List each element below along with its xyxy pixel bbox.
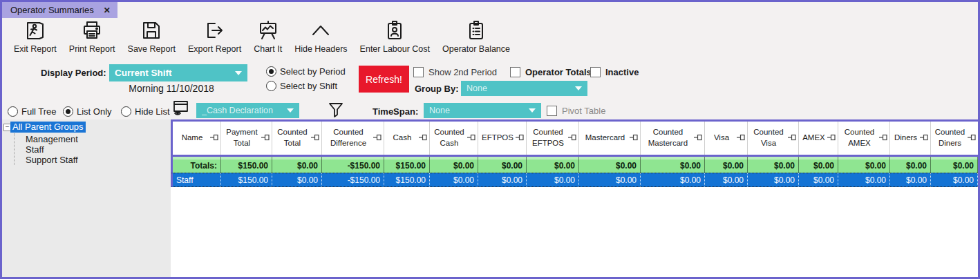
- cell: $0.00: [641, 157, 705, 173]
- pin-icon[interactable]: [967, 134, 976, 142]
- cell[interactable]: $0.00: [430, 173, 478, 186]
- radio-label: List Only: [77, 106, 112, 117]
- hide-list-radio[interactable]: Hide List: [121, 106, 170, 117]
- display-period-dropdown[interactable]: Current Shift: [109, 64, 247, 81]
- cell[interactable]: $0.00: [890, 173, 931, 186]
- refresh-button[interactable]: Refresh!: [359, 66, 409, 93]
- column-header[interactable]: Counted Difference: [322, 122, 384, 155]
- cell[interactable]: $0.00: [579, 173, 641, 186]
- radio-dot-icon: [121, 106, 131, 117]
- table-row[interactable]: Staff$150.00$0.00-$150.00$150.00$0.00$0.…: [171, 173, 978, 187]
- toolbtn-label: Enter Labour Cost: [360, 44, 430, 54]
- tree-item-management[interactable]: Management: [26, 134, 78, 144]
- inactive-checkbox[interactable]: Inactive: [590, 67, 639, 77]
- column-header-label: Mastercard: [581, 133, 629, 144]
- column-header[interactable]: Diners: [890, 122, 931, 155]
- cell[interactable]: $0.00: [799, 173, 838, 186]
- pin-icon[interactable]: [515, 134, 524, 142]
- printer-icon: [82, 20, 102, 41]
- tab-operator-summaries[interactable]: Operator Summaries ✕: [2, 2, 117, 18]
- pin-icon[interactable]: [693, 134, 702, 142]
- cell[interactable]: $0.00: [705, 173, 748, 186]
- column-header[interactable]: Name: [173, 122, 221, 155]
- column-header[interactable]: Counted AMEX: [838, 122, 890, 155]
- column-header[interactable]: Payment Total: [221, 122, 272, 155]
- column-header-label: Name: [175, 133, 209, 144]
- pin-icon[interactable]: [373, 134, 381, 142]
- cell[interactable]: $0.00: [748, 173, 799, 186]
- pin-icon[interactable]: [209, 134, 218, 142]
- print-report-button[interactable]: Print Report: [63, 20, 122, 54]
- radio-dot-icon: [266, 81, 276, 91]
- column-header[interactable]: EFTPOS: [478, 122, 527, 155]
- column-header[interactable]: Counted Cash: [430, 122, 478, 155]
- cell[interactable]: $0.00: [272, 173, 322, 186]
- pin-icon[interactable]: [827, 134, 836, 142]
- cell[interactable]: $150.00: [221, 173, 272, 186]
- pin-icon[interactable]: [418, 134, 427, 142]
- cell[interactable]: -$150.00: [322, 173, 384, 186]
- totals-row: Totals:$150.00$0.00-$150.00$150.00$0.00$…: [171, 157, 978, 173]
- tree-item-all-parent-groups[interactable]: All Parent Groups: [10, 122, 86, 133]
- pin-icon[interactable]: [736, 134, 745, 142]
- column-header-label: EFTPOS: [480, 133, 515, 144]
- full-tree-radio[interactable]: Full Tree: [8, 106, 57, 117]
- row-name-cell[interactable]: Staff: [173, 173, 221, 186]
- pin-icon[interactable]: [310, 134, 319, 142]
- enter-labour-cost-button[interactable]: Enter Labour Cost: [354, 20, 436, 54]
- pin-icon[interactable]: [261, 134, 270, 142]
- chart-easel-icon: [258, 20, 279, 41]
- checkbox-icon: [547, 106, 557, 116]
- column-header[interactable]: Cash: [384, 122, 430, 155]
- pin-icon[interactable]: [467, 134, 475, 142]
- cell[interactable]: $0.00: [478, 173, 527, 186]
- column-header[interactable]: Counted Mastercard: [641, 122, 705, 155]
- column-header[interactable]: Counted Visa: [748, 122, 799, 155]
- cell: $150.00: [221, 157, 272, 173]
- toolbtn-label: Export Report: [188, 44, 241, 54]
- timespan-dropdown[interactable]: None: [424, 103, 541, 118]
- show-2nd-period-checkbox[interactable]: Show 2nd Period: [413, 67, 497, 77]
- cell[interactable]: $0.00: [527, 173, 579, 186]
- column-header[interactable]: Counted Total: [272, 122, 322, 155]
- grid-header-row: NamePayment TotalCounted TotalCounted Di…: [171, 119, 978, 157]
- radio-dot-icon: [63, 106, 73, 117]
- export-report-button[interactable]: Export Report: [182, 20, 247, 54]
- hide-headers-button[interactable]: Hide Headers: [288, 20, 353, 54]
- cell[interactable]: $150.00: [384, 173, 430, 186]
- save-report-button[interactable]: Save Report: [122, 20, 182, 54]
- cell[interactable]: $0.00: [931, 173, 978, 186]
- cell[interactable]: $0.00: [838, 173, 890, 186]
- column-header[interactable]: Counted Diners: [931, 122, 978, 155]
- list-only-radio[interactable]: List Only: [63, 106, 112, 117]
- chevron-down-icon: [529, 108, 536, 113]
- column-header[interactable]: Visa: [705, 122, 748, 155]
- select-by-shift-radio[interactable]: Select by Shift: [266, 81, 337, 91]
- column-header[interactable]: Mastercard: [579, 122, 641, 155]
- close-icon[interactable]: ✕: [104, 6, 111, 15]
- column-header[interactable]: AMEX: [799, 122, 838, 155]
- group-by-dropdown[interactable]: None: [461, 81, 587, 96]
- pin-icon[interactable]: [629, 134, 638, 142]
- chart-it-button[interactable]: Chart It: [247, 20, 288, 54]
- filter-button[interactable]: [327, 101, 345, 122]
- pin-icon[interactable]: [787, 134, 796, 142]
- column-chooser-button[interactable]: [172, 99, 190, 120]
- pin-icon[interactable]: [919, 134, 928, 142]
- select-by-period-radio[interactable]: Select by Period: [266, 66, 346, 77]
- tree-guide-line: [14, 133, 15, 165]
- pin-icon[interactable]: [878, 134, 887, 142]
- pivot-table-checkbox[interactable]: Pivot Table: [547, 106, 605, 116]
- pin-icon[interactable]: [567, 134, 576, 142]
- operator-totals-checkbox[interactable]: Operator Totals: [510, 67, 592, 77]
- report-type-dropdown[interactable]: _Cash Declaration: [196, 103, 299, 118]
- operator-balance-button[interactable]: Operator Balance: [436, 20, 516, 54]
- column-header-label: Cash: [386, 133, 418, 144]
- cell: $0.00: [931, 157, 978, 173]
- cell: $150.00: [384, 157, 430, 173]
- tree-item-support-staff[interactable]: Support Staff: [26, 155, 78, 165]
- exit-report-button[interactable]: Exit Report: [8, 20, 63, 54]
- tree-item-staff[interactable]: Staff: [26, 144, 44, 155]
- column-header[interactable]: Counted EFTPOS: [527, 122, 579, 155]
- cell[interactable]: $0.00: [641, 173, 705, 186]
